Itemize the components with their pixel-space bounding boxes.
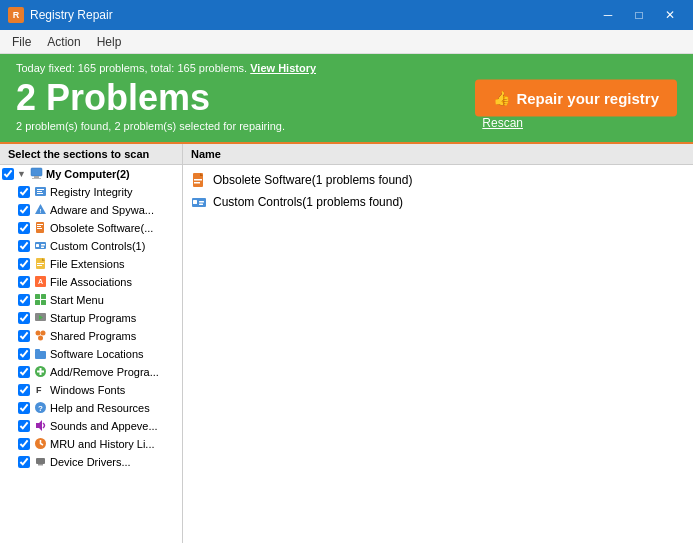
list-item[interactable]: Sounds and Appeve... — [0, 417, 182, 435]
result-item-0[interactable]: Obsolete Software(1 problems found) — [187, 169, 689, 191]
svg-rect-52 — [199, 201, 204, 203]
list-item[interactable]: Startup Programs — [0, 309, 182, 327]
list-item-label: Startup Programs — [50, 312, 136, 324]
list-item[interactable]: F Windows Fonts — [0, 381, 182, 399]
menu-file[interactable]: File — [4, 33, 39, 51]
tree-root[interactable]: ▼ My Computer(2) — [0, 165, 182, 183]
list-item[interactable]: A File Associations — [0, 273, 182, 291]
repair-button[interactable]: 👍 Repair your registry — [475, 79, 677, 116]
list-item[interactable]: Start Menu — [0, 291, 182, 309]
svg-text:?: ? — [38, 404, 43, 413]
left-panel-header: Select the sections to scan — [0, 144, 182, 165]
svg-rect-4 — [32, 178, 41, 179]
svg-rect-44 — [36, 458, 45, 464]
item-checkbox-10[interactable] — [18, 366, 30, 378]
list-item[interactable]: Device Drivers... — [0, 453, 182, 471]
list-item-label: MRU and History Li... — [50, 438, 155, 450]
computer-icon — [29, 167, 43, 181]
repair-button-label: Repair your registry — [516, 89, 659, 106]
sounds-icon — [33, 419, 47, 433]
svg-rect-22 — [37, 265, 42, 266]
svg-rect-11 — [36, 222, 44, 233]
svg-rect-12 — [37, 224, 43, 225]
like-icon: 👍 — [493, 90, 510, 106]
item-checkbox-3[interactable] — [18, 240, 30, 252]
help-icon: ? — [33, 401, 47, 415]
item-checkbox-5[interactable] — [18, 276, 30, 288]
rescan-link[interactable]: Rescan — [482, 116, 523, 130]
svg-rect-49 — [194, 182, 200, 184]
item-checkbox-0[interactable] — [18, 186, 30, 198]
svg-rect-38 — [37, 371, 44, 373]
tree-container[interactable]: ▼ My Computer(2) — [0, 165, 182, 543]
item-checkbox-11[interactable] — [18, 384, 30, 396]
svg-rect-21 — [37, 263, 44, 264]
svg-rect-53 — [199, 203, 203, 205]
svg-rect-51 — [193, 200, 197, 204]
header-banner: Today fixed: 165 problems, total: 165 pr… — [0, 54, 693, 142]
tree-root-label: My Computer(2) — [46, 168, 130, 180]
software-loc-icon — [33, 347, 47, 361]
root-checkbox[interactable] — [2, 168, 14, 180]
result-icon-1 — [191, 194, 207, 210]
title-bar: R Registry Repair ─ □ ✕ — [0, 0, 693, 30]
left-panel: Select the sections to scan ▼ My Compute… — [0, 144, 183, 543]
list-item[interactable]: File Extensions — [0, 255, 182, 273]
svg-point-33 — [38, 336, 43, 341]
list-item-label: File Associations — [50, 276, 132, 288]
list-item[interactable]: ? Help and Resources — [0, 399, 182, 417]
list-item-label: Add/Remove Progra... — [50, 366, 159, 378]
device-icon — [33, 455, 47, 469]
list-item-label: Adware and Spywa... — [50, 204, 154, 216]
problems-sub: 2 problem(s) found, 2 problem(s) selecte… — [16, 120, 677, 132]
windows-fonts-icon: F — [33, 383, 47, 397]
list-item[interactable]: Obsolete Software(... — [0, 219, 182, 237]
right-panel: Name Obsolete Software(1 problems found) — [183, 144, 693, 543]
list-item[interactable]: Custom Controls(1) — [0, 237, 182, 255]
title-controls: ─ □ ✕ — [593, 5, 685, 25]
close-button[interactable]: ✕ — [655, 5, 685, 25]
svg-rect-16 — [36, 244, 39, 247]
list-item-label: Help and Resources — [50, 402, 150, 414]
svg-point-31 — [35, 331, 40, 336]
svg-text:F: F — [36, 385, 42, 395]
item-checkbox-4[interactable] — [18, 258, 30, 270]
mru-icon — [33, 437, 47, 451]
svg-text:R: R — [13, 10, 20, 20]
window-title: Registry Repair — [30, 8, 593, 22]
item-checkbox-8[interactable] — [18, 330, 30, 342]
menu-help[interactable]: Help — [89, 33, 130, 51]
svg-rect-14 — [37, 228, 42, 229]
svg-text:!: ! — [39, 208, 41, 214]
registry-integrity-icon — [33, 185, 47, 199]
item-checkbox-13[interactable] — [18, 420, 30, 432]
start-menu-icon — [33, 293, 47, 307]
svg-rect-35 — [35, 349, 40, 352]
item-checkbox-9[interactable] — [18, 348, 30, 360]
list-item[interactable]: MRU and History Li... — [0, 435, 182, 453]
item-checkbox-2[interactable] — [18, 222, 30, 234]
list-item[interactable]: Add/Remove Progra... — [0, 363, 182, 381]
svg-rect-27 — [35, 300, 40, 305]
svg-rect-2 — [31, 168, 42, 176]
expand-arrow-icon: ▼ — [17, 169, 27, 179]
list-item[interactable]: ! Adware and Spywa... — [0, 201, 182, 219]
maximize-button[interactable]: □ — [624, 5, 654, 25]
minimize-button[interactable]: ─ — [593, 5, 623, 25]
svg-rect-17 — [41, 244, 45, 246]
list-item[interactable]: Software Locations — [0, 345, 182, 363]
item-checkbox-7[interactable] — [18, 312, 30, 324]
item-checkbox-1[interactable] — [18, 204, 30, 216]
item-checkbox-6[interactable] — [18, 294, 30, 306]
item-checkbox-14[interactable] — [18, 438, 30, 450]
menu-action[interactable]: Action — [39, 33, 88, 51]
results-list: Obsolete Software(1 problems found) Cust… — [183, 165, 693, 543]
item-checkbox-15[interactable] — [18, 456, 30, 468]
item-checkbox-12[interactable] — [18, 402, 30, 414]
view-history-link[interactable]: View History — [250, 62, 316, 74]
svg-rect-26 — [41, 294, 46, 299]
list-item[interactable]: Registry Integrity — [0, 183, 182, 201]
list-item[interactable]: Shared Programs — [0, 327, 182, 345]
result-item-1[interactable]: Custom Controls(1 problems found) — [187, 191, 689, 213]
svg-rect-48 — [194, 179, 202, 181]
